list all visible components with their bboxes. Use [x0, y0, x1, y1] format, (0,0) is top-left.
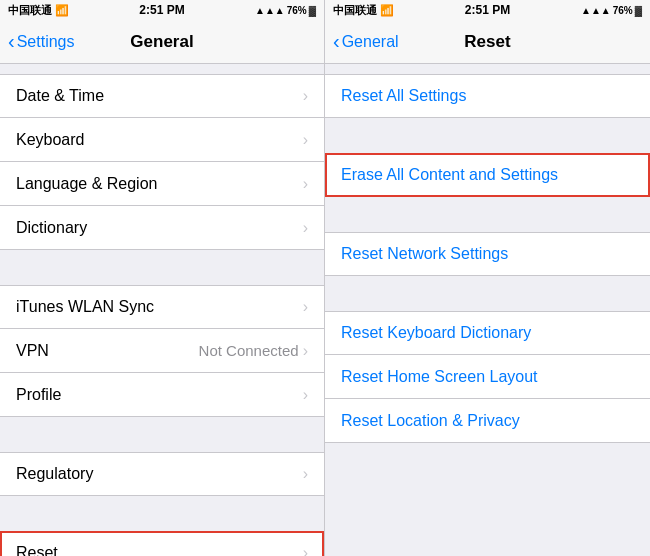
left-status-bar: 中国联通 📶 2:51 PM ▲▲▲ 76% ▓ — [0, 0, 324, 20]
right-carrier-text: 中国联通 — [333, 3, 377, 18]
right-section-3: Reset Network Settings — [325, 232, 650, 276]
right-back-button[interactable]: ‹ General — [333, 32, 399, 51]
right-time: 2:51 PM — [465, 3, 510, 17]
list-item-date-time[interactable]: Date & Time › — [0, 74, 324, 118]
right-separator-bottom — [325, 443, 650, 478]
left-time: 2:51 PM — [139, 3, 184, 17]
left-status-left: 中国联通 📶 — [8, 3, 69, 18]
right-status-right: ▲▲▲ 76% ▓ — [581, 5, 642, 16]
reset-network-settings-label: Reset Network Settings — [341, 245, 634, 263]
left-back-label: Settings — [17, 33, 75, 51]
reset-label: Reset — [16, 544, 303, 556]
right-separator-2 — [325, 118, 650, 153]
wifi-icon: 📶 — [55, 4, 69, 17]
keyboard-label: Keyboard — [16, 131, 303, 149]
right-section-1: Reset All Settings — [325, 74, 650, 118]
left-back-button[interactable]: ‹ Settings — [8, 32, 74, 51]
reset-all-settings-item[interactable]: Reset All Settings — [325, 74, 650, 118]
carrier-text: 中国联通 — [8, 3, 52, 18]
chevron-icon: › — [303, 386, 308, 404]
language-label: Language & Region — [16, 175, 303, 193]
reset-keyboard-dictionary-label: Reset Keyboard Dictionary — [341, 324, 634, 342]
battery-icon: ▓ — [309, 5, 316, 16]
left-panel: 中国联通 📶 2:51 PM ▲▲▲ 76% ▓ ‹ Settings Gene… — [0, 0, 325, 556]
chevron-icon: › — [303, 298, 308, 316]
right-battery-text: 76% — [613, 5, 633, 16]
dictionary-label: Dictionary — [16, 219, 303, 237]
list-item-language[interactable]: Language & Region › — [0, 162, 324, 206]
list-item-reset[interactable]: Reset › — [0, 531, 324, 556]
list-item-keyboard[interactable]: Keyboard › — [0, 118, 324, 162]
reset-location-privacy-item[interactable]: Reset Location & Privacy — [325, 399, 650, 443]
left-list-container: Date & Time › Keyboard › Language & Regi… — [0, 64, 324, 556]
left-nav-title: General — [130, 32, 193, 52]
list-item-vpn[interactable]: VPN Not Connected › — [0, 329, 324, 373]
left-section-4: Reset › Shut Down — [0, 531, 324, 556]
itunes-wlan-label: iTunes WLAN Sync — [16, 298, 303, 316]
right-status-left: 中国联通 📶 — [333, 3, 394, 18]
chevron-icon: › — [303, 342, 308, 360]
right-nav-bar: ‹ General Reset — [325, 20, 650, 64]
reset-location-privacy-label: Reset Location & Privacy — [341, 412, 634, 430]
right-signal-icon: ▲▲▲ — [581, 5, 611, 16]
chevron-icon: › — [303, 465, 308, 483]
vpn-value: Not Connected — [199, 342, 299, 359]
left-separator-2 — [0, 250, 324, 285]
right-separator-3 — [325, 197, 650, 232]
chevron-icon: › — [303, 87, 308, 105]
regulatory-label: Regulatory — [16, 465, 303, 483]
right-wifi-icon: 📶 — [380, 4, 394, 17]
right-list-container: Reset All Settings Erase All Content and… — [325, 64, 650, 556]
chevron-icon: › — [303, 544, 308, 556]
right-separator-top — [325, 64, 650, 74]
list-item-itunes-wlan[interactable]: iTunes WLAN Sync › — [0, 285, 324, 329]
left-nav-bar: ‹ Settings General — [0, 20, 324, 64]
list-item-regulatory[interactable]: Regulatory › — [0, 452, 324, 496]
reset-all-settings-label: Reset All Settings — [341, 87, 634, 105]
reset-keyboard-dictionary-item[interactable]: Reset Keyboard Dictionary — [325, 311, 650, 355]
right-section-2: Erase All Content and Settings — [325, 153, 650, 197]
left-status-right: ▲▲▲ 76% ▓ — [255, 5, 316, 16]
chevron-icon: › — [303, 219, 308, 237]
profile-label: Profile — [16, 386, 303, 404]
right-back-chevron: ‹ — [333, 31, 340, 51]
right-panel: 中国联通 📶 2:51 PM ▲▲▲ 76% ▓ ‹ General Reset… — [325, 0, 650, 556]
right-separator-4 — [325, 276, 650, 311]
reset-home-screen-layout-item[interactable]: Reset Home Screen Layout — [325, 355, 650, 399]
reset-network-settings-item[interactable]: Reset Network Settings — [325, 232, 650, 276]
list-item-profile[interactable]: Profile › — [0, 373, 324, 417]
erase-all-content-item[interactable]: Erase All Content and Settings — [325, 153, 650, 197]
left-separator-3 — [0, 417, 324, 452]
date-time-label: Date & Time — [16, 87, 303, 105]
right-nav-title: Reset — [464, 32, 510, 52]
left-separator-4 — [0, 496, 324, 531]
right-section-4: Reset Keyboard Dictionary Reset Home Scr… — [325, 311, 650, 443]
right-battery-icon: ▓ — [635, 5, 642, 16]
reset-home-screen-layout-label: Reset Home Screen Layout — [341, 368, 634, 386]
vpn-label: VPN — [16, 342, 199, 360]
left-section-1: Date & Time › Keyboard › Language & Regi… — [0, 74, 324, 250]
chevron-icon: › — [303, 131, 308, 149]
battery-text: 76% — [287, 5, 307, 16]
list-item-dictionary[interactable]: Dictionary › — [0, 206, 324, 250]
left-section-2: iTunes WLAN Sync › VPN Not Connected › P… — [0, 285, 324, 417]
left-section-3: Regulatory › — [0, 452, 324, 496]
chevron-icon: › — [303, 175, 308, 193]
left-back-chevron: ‹ — [8, 31, 15, 51]
erase-all-content-label: Erase All Content and Settings — [341, 166, 634, 184]
right-status-bar: 中国联通 📶 2:51 PM ▲▲▲ 76% ▓ — [325, 0, 650, 20]
left-separator-top — [0, 64, 324, 74]
right-back-label: General — [342, 33, 399, 51]
signal-icon: ▲▲▲ — [255, 5, 285, 16]
